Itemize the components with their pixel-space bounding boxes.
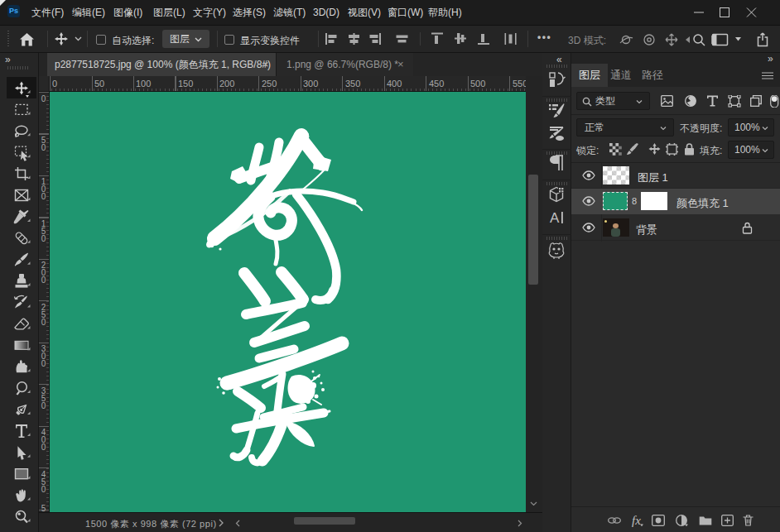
svg-text:fx: fx [632, 514, 641, 527]
svg-text:A: A [550, 210, 560, 226]
